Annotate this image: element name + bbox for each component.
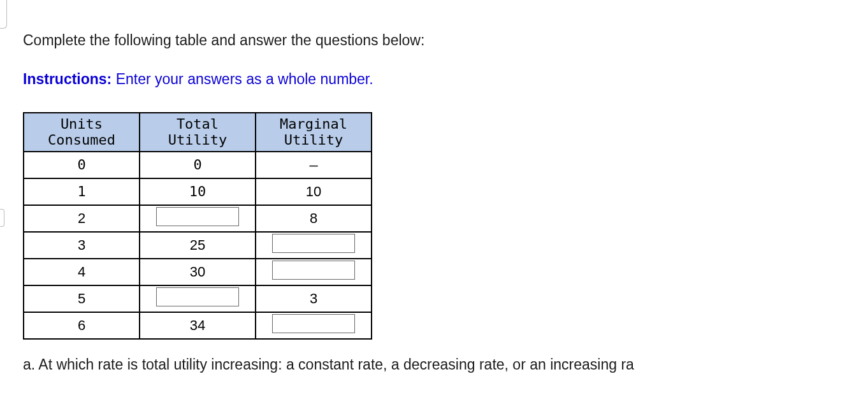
prompt-text: Complete the following table and answer … (23, 32, 868, 49)
cell-total-input-wrap (140, 285, 256, 312)
instructions-text: Enter your answers as a whole number. (112, 71, 373, 87)
header-marginal-line2: Utility (284, 132, 344, 148)
table-row: 6 34 (24, 312, 372, 339)
cell-total: 30 (140, 259, 256, 285)
total-utility-input[interactable] (156, 207, 239, 226)
header-total-line2: Utility (168, 132, 228, 148)
cell-marginal: 10 (256, 178, 372, 205)
cell-total: 0 (140, 152, 256, 178)
cell-units: 6 (24, 312, 140, 339)
question-a: a. At which rate is total utility increa… (23, 356, 868, 373)
cell-marginal: 8 (256, 205, 372, 232)
header-units: Units Consumed (24, 113, 140, 152)
cell-marginal-input-wrap (256, 232, 372, 259)
table-row: 2 8 (24, 205, 372, 232)
table-row: 1 10 10 (24, 178, 372, 205)
instructions-label: Instructions: (23, 71, 112, 87)
cell-marginal: 3 (256, 285, 372, 312)
cell-units: 0 (24, 152, 140, 178)
table-body: 0 0 – 1 10 10 2 8 3 25 4 30 (24, 152, 372, 339)
header-marginal-line1: Marginal (280, 116, 347, 132)
cell-marginal-input-wrap (256, 312, 372, 339)
cell-units: 1 (24, 178, 140, 205)
marginal-utility-input[interactable] (272, 261, 355, 280)
cell-units: 3 (24, 232, 140, 259)
instructions-line: Instructions: Enter your answers as a wh… (23, 71, 868, 88)
table-row: 4 30 (24, 259, 372, 285)
table-row: 3 25 (24, 232, 372, 259)
marginal-utility-input[interactable] (272, 314, 355, 333)
utility-table: Units Consumed Total Utility Marginal Ut… (23, 112, 372, 340)
table-header-row: Units Consumed Total Utility Marginal Ut… (24, 113, 372, 152)
left-border-stub-mid (0, 209, 4, 227)
total-utility-input[interactable] (156, 287, 239, 306)
cell-units: 5 (24, 285, 140, 312)
question-content: Complete the following table and answer … (0, 0, 868, 373)
left-border-stub-top (0, 0, 7, 29)
cell-marginal: – (256, 152, 372, 178)
header-total: Total Utility (140, 113, 256, 152)
cell-total: 34 (140, 312, 256, 339)
cell-marginal-input-wrap (256, 259, 372, 285)
cell-total: 10 (140, 178, 256, 205)
marginal-utility-input[interactable] (272, 234, 355, 253)
cell-total: 25 (140, 232, 256, 259)
header-total-line1: Total (177, 116, 219, 132)
table-row: 0 0 – (24, 152, 372, 178)
cell-units: 4 (24, 259, 140, 285)
table-row: 5 3 (24, 285, 372, 312)
header-marginal: Marginal Utility (256, 113, 372, 152)
header-units-line2: Consumed (48, 132, 115, 148)
header-units-line1: Units (61, 116, 103, 132)
cell-total-input-wrap (140, 205, 256, 232)
cell-units: 2 (24, 205, 140, 232)
